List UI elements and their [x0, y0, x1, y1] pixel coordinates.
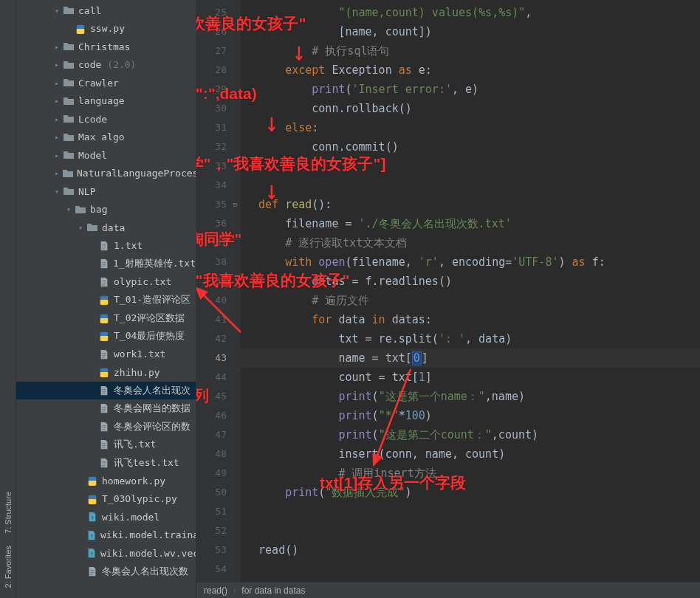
- tree-item[interactable]: ▸T_01-造假评论区: [16, 291, 196, 309]
- chevron-down-icon[interactable]: ▾: [52, 186, 62, 196]
- tree-item[interactable]: ▸1_射雕英雄传.txt: [16, 255, 196, 273]
- text-file-icon: [97, 276, 111, 288]
- chevron-down-icon[interactable]: ▾: [75, 222, 86, 233]
- chevron-right-icon[interactable]: ▸: [52, 150, 62, 160]
- line-number: 30: [196, 99, 227, 118]
- tree-item[interactable]: ▸language: [16, 92, 196, 111]
- tree-item-label: language: [78, 95, 125, 106]
- chevron-down-icon[interactable]: ▾: [64, 205, 74, 215]
- breadcrumb-item[interactable]: read(): [204, 585, 227, 596]
- tree-item-label: data: [102, 222, 125, 233]
- line-number: 44: [196, 368, 227, 387]
- tree-item[interactable]: ▸冬奥会人名出现次数: [16, 563, 196, 581]
- tree-item-label: Model: [78, 150, 107, 161]
- chevron-right-icon[interactable]: ▸: [52, 168, 62, 179]
- tab-favorites[interactable]: 2: Favorites: [2, 540, 14, 594]
- tree-item-label: wiki.model.trainab: [100, 529, 196, 540]
- tree-item-label: T_04最后使热度: [114, 329, 185, 343]
- chevron-down-icon[interactable]: ▾: [52, 5, 62, 16]
- tree-item[interactable]: ▸冬奥会评论区的数: [16, 418, 196, 436]
- tree-item-label: NaturalLanguageProcess: [77, 168, 196, 179]
- tree-item[interactable]: ▸冬奥会人名出现次: [16, 382, 196, 400]
- text-file-icon: [97, 348, 111, 360]
- text-file-icon: [97, 457, 111, 469]
- tree-item[interactable]: ▸Model: [16, 146, 196, 165]
- tree-item[interactable]: ▸olypic.txt: [16, 273, 196, 292]
- model-file-icon: ?: [86, 547, 97, 559]
- line-number: 25: [196, 3, 227, 22]
- chevron-right-icon[interactable]: ▸: [52, 60, 62, 70]
- tree-item[interactable]: ▸work1.txt: [16, 346, 196, 364]
- line-number: 31: [196, 118, 227, 137]
- tree-item-label: Max algo: [78, 131, 125, 142]
- folder-icon: [62, 77, 75, 89]
- chevron-right-icon: ›: [233, 586, 236, 594]
- svg-rect-4: [100, 368, 109, 372]
- tree-item[interactable]: ▸1.txt: [16, 237, 196, 255]
- tree-item-label: T_01-造假评论区: [114, 293, 191, 306]
- tree-item-label: 冬奥会评论区的数: [114, 420, 191, 433]
- chevron-right-icon[interactable]: ▸: [52, 41, 62, 52]
- tree-item-label: olypic.txt: [114, 276, 171, 287]
- tree-item[interactable]: ▸code(2.0): [16, 56, 196, 75]
- python-file-icon: [97, 312, 111, 324]
- fold-marker-icon[interactable]: ⊟: [233, 195, 237, 214]
- tree-item[interactable]: ▸?wiki.model: [16, 508, 196, 526]
- tree-item[interactable]: ▸Lcode: [16, 110, 196, 128]
- tree-item[interactable]: ▸Crawler: [16, 74, 196, 92]
- tree-item-label: 1.txt: [114, 240, 143, 251]
- tree-item-label: Christmas: [78, 41, 130, 52]
- tree-item[interactable]: ▸T_02评论区数据: [16, 309, 196, 328]
- python-file-icon: [97, 294, 111, 306]
- code-editor: 2526272829303132333435⊟36373839404142434…: [196, 0, 700, 598]
- python-file-icon: [86, 475, 99, 487]
- tree-item[interactable]: ▸讯飞.txt: [16, 436, 196, 454]
- line-number: 33: [196, 157, 227, 176]
- text-file-icon: [97, 421, 111, 433]
- line-number: 36: [196, 214, 227, 233]
- tree-item-count: (2.0): [107, 59, 136, 70]
- tree-item[interactable]: ▸T_03Olypic.py: [16, 490, 196, 509]
- tree-item[interactable]: ▾data: [16, 219, 196, 237]
- svg-rect-6: [89, 495, 97, 499]
- tree-item[interactable]: ▸ssw.py: [16, 20, 196, 38]
- tree-item[interactable]: ▸冬奥会网当的数据: [16, 399, 196, 418]
- tree-item[interactable]: ▸讯飞test.txt: [16, 454, 196, 472]
- breadcrumb[interactable]: read() › for data in datas: [196, 582, 700, 598]
- line-number: 27: [196, 41, 227, 61]
- model-file-icon: ?: [86, 511, 99, 523]
- line-number: 50: [196, 483, 227, 502]
- project-tree[interactable]: ▾call▸ssw.py▸Christmas▸code(2.0)▸Crawler…: [16, 0, 196, 598]
- chevron-right-icon[interactable]: ▸: [52, 78, 62, 88]
- line-number: 49: [196, 464, 227, 483]
- chevron-right-icon[interactable]: ▸: [52, 114, 62, 124]
- breadcrumb-item[interactable]: for data in datas: [241, 585, 305, 596]
- line-number: 28: [196, 61, 227, 80]
- tree-item[interactable]: ▸homework.py: [16, 472, 196, 490]
- line-number: 32: [196, 137, 227, 157]
- tree-item[interactable]: ▸NaturalLanguageProcess: [16, 165, 196, 183]
- tree-item[interactable]: ▾call: [16, 1, 196, 20]
- tree-item[interactable]: ▾bag: [16, 201, 196, 219]
- tree-item-label: T_03Olypic.py: [102, 493, 177, 504]
- text-file-icon: [97, 402, 111, 414]
- line-number: 41: [196, 310, 227, 329]
- tree-item[interactable]: ▸Christmas: [16, 38, 196, 56]
- tree-item[interactable]: ▸T_04最后使热度: [16, 327, 196, 346]
- tree-item[interactable]: ▸?wiki.model.wv.vect: [16, 544, 196, 563]
- line-number: 39: [196, 272, 227, 291]
- tree-item-label: NLP: [78, 186, 95, 197]
- chevron-right-icon[interactable]: ▸: [52, 96, 62, 106]
- chevron-right-icon[interactable]: ▸: [52, 132, 62, 142]
- tree-item-label: Lcode: [78, 114, 107, 125]
- tab-structure[interactable]: 7: Structure: [2, 486, 14, 540]
- line-gutter: 2526272829303132333435⊟36373839404142434…: [196, 0, 241, 582]
- python-file-icon: [86, 493, 99, 505]
- tree-item[interactable]: ▸Max algo: [16, 128, 196, 147]
- tree-item[interactable]: ▸?wiki.model.trainab: [16, 526, 196, 545]
- tree-item[interactable]: ▾NLP: [16, 182, 196, 201]
- tree-item-label: 讯飞test.txt: [114, 456, 179, 470]
- code-area[interactable]: "(name,count) values(%s,%s)", [name, cou…: [241, 0, 700, 582]
- tree-item[interactable]: ▸zhihu.py: [16, 363, 196, 382]
- line-number: 46: [196, 406, 227, 425]
